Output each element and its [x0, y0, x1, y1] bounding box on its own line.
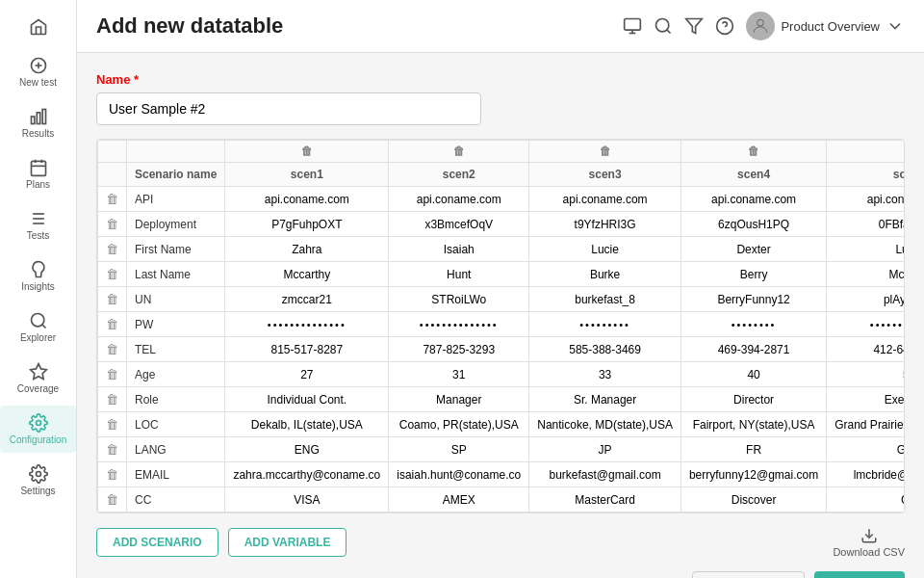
- header-icons: Product Overview: [623, 12, 905, 40]
- col-header-scen5: scen5: [827, 163, 905, 187]
- col-delete-scen1[interactable]: 🗑: [225, 141, 389, 163]
- sidebar: New test Results Plans Tests Insights Ex…: [0, 0, 77, 578]
- svg-line-21: [667, 30, 671, 34]
- row-delete-button[interactable]: 🗑: [106, 292, 118, 306]
- row-label: UN: [127, 287, 225, 312]
- row-delete-button[interactable]: 🗑: [106, 192, 118, 206]
- search-icon[interactable]: [654, 16, 673, 36]
- add-scenario-button[interactable]: ADD SCENARIO: [96, 528, 218, 557]
- row-delete-button[interactable]: 🗑: [106, 367, 118, 381]
- col-header-scen1: scen1: [225, 163, 389, 187]
- avatar: [746, 12, 775, 40]
- chevron-down-icon: [886, 16, 905, 36]
- row-label: PW: [127, 312, 225, 337]
- table-row: 🗑APIapi.coname.comapi.coname.comapi.cona…: [98, 187, 906, 212]
- row-delete-button[interactable]: 🗑: [106, 317, 118, 331]
- sidebar-label-new-test: New test: [19, 77, 57, 88]
- sidebar-item-new-test[interactable]: New test: [0, 48, 76, 95]
- cell-loc-scen2: Coamo, PR(state),USA: [389, 412, 529, 437]
- row-delete-button[interactable]: 🗑: [106, 242, 118, 256]
- datatable: 🗑 🗑 🗑 🗑 🗑 Scenario name scen1 scen2 scen…: [96, 139, 905, 513]
- cell-cc-scen4: Discover: [680, 487, 826, 512]
- sidebar-item-coverage[interactable]: Coverage: [0, 355, 76, 402]
- table-row: 🗑EMAILzahra.mccarthy@coname.coisaiah.hun…: [98, 462, 906, 487]
- cell-last-name-scen5: Mcbride: [827, 262, 905, 287]
- name-input[interactable]: [96, 92, 481, 125]
- cell-api-scen1: api.coname.com: [225, 187, 389, 212]
- sidebar-item-tests[interactable]: Tests: [0, 201, 76, 249]
- cell-tel-scen1: 815-517-8287: [225, 337, 389, 362]
- row-delete-button[interactable]: 🗑: [106, 492, 118, 507]
- svg-rect-6: [31, 161, 45, 175]
- sidebar-item-explorer[interactable]: Explorer: [0, 303, 76, 351]
- save-button[interactable]: SAVE: [814, 571, 905, 578]
- name-label: Name *: [96, 72, 905, 87]
- sidebar-item-insights[interactable]: Insights: [0, 252, 76, 300]
- cell-tel-scen2: 787-825-3293: [389, 337, 529, 362]
- cell-api-scen4: api.coname.com: [680, 187, 826, 212]
- sidebar-item-configuration[interactable]: Configuration: [0, 406, 76, 453]
- svg-rect-3: [31, 117, 34, 124]
- cell-role-scen2: Manager: [389, 387, 529, 412]
- left-buttons: ADD SCENARIO ADD VARIABLE: [96, 528, 346, 557]
- cell-first-name-scen1: Zahra: [225, 237, 389, 262]
- sidebar-item-home[interactable]: [0, 10, 76, 44]
- row-delete-button[interactable]: 🗑: [106, 267, 118, 281]
- svg-rect-4: [37, 113, 39, 124]
- cell-tel-scen3: 585-388-3469: [529, 337, 681, 362]
- col-delete-scen5[interactable]: 🗑: [827, 141, 905, 163]
- sidebar-label-tests: Tests: [27, 230, 49, 241]
- content-area: Name * 🗑 🗑 🗑 🗑 🗑: [77, 53, 924, 578]
- col-header-scen4: scen4: [680, 163, 826, 187]
- col-delete-scen3[interactable]: 🗑: [529, 141, 681, 163]
- cell-email-scen1: zahra.mccarthy@coname.co: [225, 462, 389, 487]
- cell-pw-scen4: ••••••••: [680, 312, 826, 337]
- cell-loc-scen3: Nanticoke, MD(state),USA: [529, 412, 681, 437]
- sidebar-item-settings[interactable]: Settings: [0, 457, 76, 504]
- svg-point-20: [656, 19, 669, 32]
- table-row: 🗑CCVISAAMEXMasterCardDiscoverCiti: [98, 487, 906, 512]
- cancel-button[interactable]: CANCEL: [692, 571, 804, 578]
- download-csv-label: Download CSV: [833, 546, 905, 558]
- cell-role-scen3: Sr. Manager: [529, 387, 681, 412]
- row-delete-button[interactable]: 🗑: [106, 417, 118, 432]
- sidebar-item-plans[interactable]: Plans: [0, 150, 76, 197]
- help-icon[interactable]: [715, 16, 734, 36]
- sidebar-item-results[interactable]: Results: [0, 99, 76, 146]
- cell-loc-scen4: Fairport, NY(state),USA: [680, 412, 826, 437]
- col-delete-scen4[interactable]: 🗑: [680, 141, 826, 163]
- add-variable-button[interactable]: ADD VARIABLE: [228, 528, 347, 557]
- cell-loc-scen5: Grand Prairie, TX(state),USA: [827, 412, 905, 437]
- column-header-row: Scenario name scen1 scen2 scen3 scen4 sc…: [98, 163, 906, 187]
- row-delete-button[interactable]: 🗑: [106, 392, 118, 407]
- svg-point-25: [757, 19, 764, 26]
- cell-pw-scen1: ••••••••••••••: [225, 312, 389, 337]
- row-delete-button[interactable]: 🗑: [106, 342, 118, 356]
- cell-pw-scen3: •••••••••: [529, 312, 681, 337]
- cell-pw-scen2: ••••••••••••••: [389, 312, 529, 337]
- cell-cc-scen1: VISA: [225, 487, 389, 512]
- table-row: 🗑LANGENGSPJPFRGER: [98, 437, 906, 462]
- cell-un-scen4: BerryFunny12: [680, 287, 826, 312]
- monitor-icon[interactable]: [623, 16, 642, 36]
- user-area[interactable]: Product Overview: [746, 12, 905, 40]
- page-title: Add new datatable: [96, 13, 283, 39]
- cell-role-scen4: Director: [680, 387, 826, 412]
- cell-deployment-scen5: 0FBfaA6sIK: [827, 212, 905, 237]
- row-label: Age: [127, 362, 225, 387]
- row-delete-button[interactable]: 🗑: [106, 442, 118, 457]
- download-csv-button[interactable]: Download CSV: [833, 527, 905, 558]
- svg-marker-22: [686, 19, 703, 34]
- row-delete-button[interactable]: 🗑: [106, 467, 118, 482]
- cell-tel-scen5: 412-644-5873: [827, 337, 905, 362]
- cell-cc-scen2: AMEX: [389, 487, 529, 512]
- table-row: 🗑DeploymentP7gFuhpOXTx3BmcefOqVt9YfzHRI3…: [98, 212, 906, 237]
- col-delete-scen2[interactable]: 🗑: [389, 141, 529, 163]
- filter-icon[interactable]: [684, 16, 704, 36]
- sidebar-label-configuration: Configuration: [10, 434, 66, 445]
- row-label: LOC: [127, 412, 225, 437]
- cell-email-scen4: berryfunny12@gmai.com: [680, 462, 826, 487]
- row-delete-button[interactable]: 🗑: [106, 217, 118, 231]
- sidebar-label-insights: Insights: [21, 281, 54, 292]
- user-label: Product Overview: [781, 19, 880, 34]
